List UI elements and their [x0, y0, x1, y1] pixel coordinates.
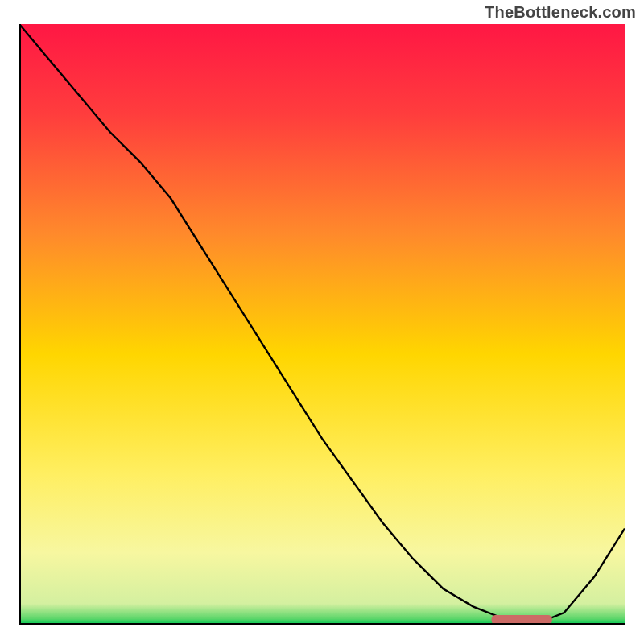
gradient-background	[19, 24, 625, 625]
chart-root: TheBottleneck.com	[0, 0, 644, 644]
watermark-text: TheBottleneck.com	[485, 3, 636, 22]
plot-area	[19, 24, 625, 625]
chart-svg	[19, 24, 625, 625]
